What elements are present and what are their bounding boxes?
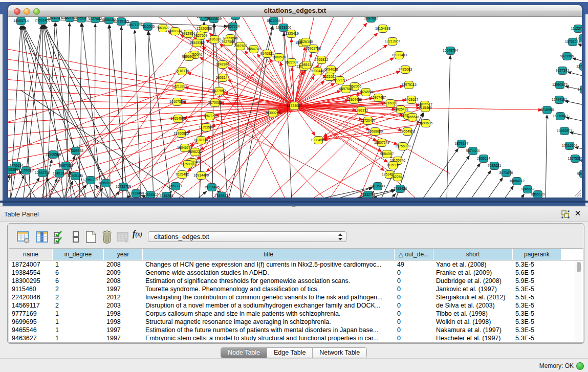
graph-edge[interactable] xyxy=(572,58,582,62)
table-cell[interactable]: Dudbridge et al. (2008) xyxy=(433,277,513,285)
graph-node[interactable]: 15076595 xyxy=(228,17,243,20)
graph-node[interactable]: 8471676 xyxy=(499,169,513,177)
graph-node[interactable]: 7663822 xyxy=(156,25,170,32)
table-cell[interactable]: Corpus callosum shape and size in male p… xyxy=(143,310,395,318)
tab-node-table[interactable]: Node Table xyxy=(221,348,267,358)
graph-node[interactable]: 7459841 xyxy=(215,192,229,198)
table-cell[interactable]: 1997 xyxy=(104,326,143,334)
table-cell[interactable]: de Silva et al. (2003) xyxy=(433,301,513,310)
table-row[interactable]: 969969511998Structural magnetic resonanc… xyxy=(9,318,583,326)
graph-edge[interactable] xyxy=(118,195,131,198)
graph-node[interactable]: 17016504 xyxy=(562,142,577,150)
table-row[interactable]: 911546021997Tourette syndrome. Phenomeno… xyxy=(9,285,583,293)
column-header-name[interactable]: name xyxy=(9,249,53,260)
graph-node[interactable]: 1588520 xyxy=(272,54,286,61)
table-cell[interactable]: 0 xyxy=(395,293,433,301)
graph-node[interactable]: 2867608 xyxy=(234,42,248,50)
graph-node[interactable]: 1145194 xyxy=(53,170,66,178)
graph-node[interactable]: 8813054 xyxy=(267,17,281,25)
graph-node[interactable]: 16914479 xyxy=(193,172,209,180)
table-cell[interactable]: Tibbo et al. (1998) xyxy=(433,310,513,318)
table-cell[interactable]: 1998 xyxy=(104,318,143,326)
graph-edge[interactable] xyxy=(287,121,368,198)
graph-node[interactable]: 8960124 xyxy=(168,28,182,35)
graph-edge[interactable] xyxy=(266,111,361,198)
graph-edge[interactable] xyxy=(193,191,207,198)
table-cell[interactable]: 2 xyxy=(53,301,104,310)
select-rows-icon[interactable] xyxy=(53,230,66,244)
graph-edge[interactable] xyxy=(578,44,582,47)
network-canvas[interactable]: 1405571420691406191114781160770510655267… xyxy=(8,17,582,198)
table-row[interactable]: 946362711997Embryonic stem cells: a mode… xyxy=(9,334,583,341)
table-cell[interactable]: 6 xyxy=(53,269,104,277)
table-cell[interactable]: 1998 xyxy=(104,310,143,318)
table-row[interactable]: 1456911722003Disruption of a novel membe… xyxy=(9,301,583,310)
table-cell[interactable]: 1 xyxy=(53,326,104,334)
table-cell[interactable]: Wolkin et al. (1998) xyxy=(433,318,513,326)
table-cell[interactable]: 6 xyxy=(53,277,104,285)
table-cell[interactable]: 0 xyxy=(395,277,433,285)
table-cell[interactable]: Nakamura et al. (1997) xyxy=(433,326,513,334)
table-row[interactable]: 946554611997Estimation of the future num… xyxy=(9,326,583,334)
graph-node[interactable]: 9327509 xyxy=(194,32,208,40)
graph-node[interactable]: 2935114 xyxy=(477,155,490,163)
table-cell[interactable]: Franke et al. (2009) xyxy=(433,269,513,277)
graph-edge[interactable] xyxy=(421,148,459,198)
table-cell[interactable]: 5.3E-5 xyxy=(513,285,561,293)
graph-node[interactable]: 17359938 xyxy=(68,147,83,155)
graph-node[interactable]: 6794028 xyxy=(324,66,338,74)
graph-node[interactable]: 9329966 xyxy=(560,53,574,60)
graph-node[interactable]: 15716485 xyxy=(204,184,220,191)
table-cell[interactable]: 5.3E-5 xyxy=(513,310,561,318)
graph-node[interactable]: 14055714 xyxy=(13,17,29,25)
table-cell[interactable]: 0 xyxy=(395,301,433,310)
graph-edge[interactable] xyxy=(14,175,25,198)
graph-node[interactable]: 12444191 xyxy=(552,96,567,104)
table-cell[interactable]: Genome-wide association studies in ADHD. xyxy=(143,269,395,277)
graph-node[interactable]: 11353594 xyxy=(199,124,214,132)
graph-node[interactable]: 11123734 xyxy=(571,25,582,33)
column-header-year[interactable]: year xyxy=(104,249,143,260)
column-header-pagerank[interactable]: pagerank xyxy=(513,249,561,260)
graph-edge[interactable] xyxy=(546,115,547,198)
function-builder-icon[interactable]: f(x) xyxy=(133,229,149,243)
table-cell[interactable]: 9777169 xyxy=(9,310,53,318)
graph-edge[interactable] xyxy=(476,186,514,198)
graph-node[interactable]: 9227342 xyxy=(556,67,570,75)
table-row[interactable]: 1830029562008Estimation of significance … xyxy=(9,277,583,285)
graph-node[interactable]: 16033809 xyxy=(206,17,222,23)
table-cell[interactable]: Disruption of a novel member of a sodium… xyxy=(143,301,395,310)
table-cell[interactable]: Estimation of significance thresholds fo… xyxy=(143,277,395,285)
graph-edge[interactable] xyxy=(575,147,582,150)
graph-edge[interactable] xyxy=(109,25,110,198)
graph-node[interactable]: 9474444 xyxy=(466,147,480,155)
graph-node[interactable]: 16648794 xyxy=(443,47,458,55)
graph-node[interactable]: 17975115 xyxy=(401,81,417,89)
column-header-title[interactable]: title xyxy=(143,249,395,260)
column-header-in_degree[interactable]: in_degree xyxy=(53,249,104,260)
graph-node[interactable]: 2170066 xyxy=(208,99,222,107)
graph-node[interactable]: 10924502 xyxy=(143,191,158,198)
row-height-icon[interactable] xyxy=(69,230,82,244)
graph-node[interactable]: 19384554 xyxy=(311,137,326,144)
table-cell[interactable]: 1 xyxy=(53,334,104,341)
graph-node[interactable]: 19756928 xyxy=(395,143,410,150)
graph-node[interactable]: 1527602 xyxy=(89,17,102,23)
table-selector-dropdown[interactable]: citations_edges.txt xyxy=(148,231,346,242)
graph-edge[interactable] xyxy=(373,196,389,198)
table-row[interactable]: 1938455462009Genome-wide association stu… xyxy=(9,269,583,277)
graph-node[interactable]: 7955812 xyxy=(315,56,329,64)
graph-node[interactable]: 12774030 xyxy=(576,63,582,71)
graph-node[interactable]: 7357224 xyxy=(226,23,240,31)
graph-node[interactable]: 19166825 xyxy=(173,130,189,138)
table-cell[interactable]: Tourette syndrome. Phenomenology and cla… xyxy=(143,285,395,293)
table-cell[interactable]: 0 xyxy=(395,285,433,293)
graph-node[interactable]: 15692971 xyxy=(557,127,572,135)
graph-node[interactable]: 8215955 xyxy=(540,106,554,114)
table-cell[interactable]: Yano et al. (2008) xyxy=(433,260,513,269)
table-cell[interactable]: Embryonic stem cells: a model to study s… xyxy=(143,334,395,341)
table-cell[interactable]: 9463627 xyxy=(9,334,53,341)
graph-edge[interactable] xyxy=(388,193,396,198)
tab-network-table[interactable]: Network Table xyxy=(313,348,366,358)
graph-edge[interactable] xyxy=(570,132,582,136)
